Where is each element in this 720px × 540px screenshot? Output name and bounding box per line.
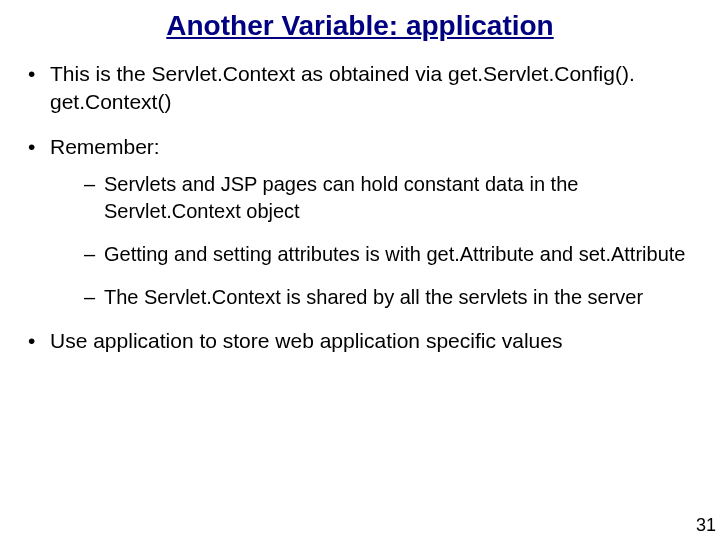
sub-text: Getting and setting attributes is with g…: [104, 243, 685, 265]
sub-item: Getting and setting attributes is with g…: [84, 241, 700, 268]
bullet-item: Remember: Servlets and JSP pages can hol…: [28, 133, 700, 311]
bullet-text: This is the Servlet.Context as obtained …: [50, 62, 635, 113]
bullet-item: Use application to store web application…: [28, 327, 700, 355]
slide-title: Another Variable: application: [0, 0, 720, 60]
bullet-item: This is the Servlet.Context as obtained …: [28, 60, 700, 117]
sub-item: Servlets and JSP pages can hold constant…: [84, 171, 700, 225]
bullet-text: Use application to store web application…: [50, 329, 562, 352]
sub-list: Servlets and JSP pages can hold constant…: [50, 171, 700, 311]
page-number: 31: [696, 515, 716, 536]
bullet-text: Remember:: [50, 135, 160, 158]
sub-text: The Servlet.Context is shared by all the…: [104, 286, 643, 308]
sub-text: Servlets and JSP pages can hold constant…: [104, 173, 578, 222]
bullet-list: This is the Servlet.Context as obtained …: [0, 60, 720, 355]
sub-item: The Servlet.Context is shared by all the…: [84, 284, 700, 311]
